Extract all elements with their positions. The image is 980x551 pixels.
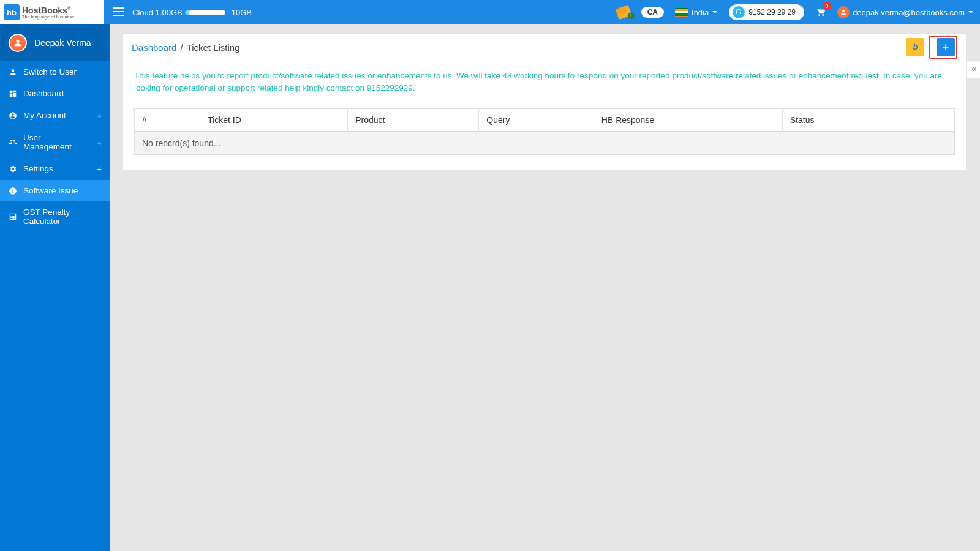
account-menu[interactable]: deepak.verma@hostbooks.com: [837, 6, 974, 18]
account-icon: [9, 111, 17, 120]
gear-icon: [9, 165, 17, 173]
breadcrumb: Dashboard / Ticket Listing: [123, 33, 967, 61]
ticket-panel: This feature helps you to report product…: [123, 61, 967, 170]
avatar-icon: [837, 6, 850, 18]
cloud-used-label: Cloud 1.00GB: [132, 8, 183, 17]
topbar: hb HostBooks® The language of business C…: [0, 0, 980, 24]
ca-badge[interactable]: CA: [641, 7, 664, 18]
chevron-down-icon: [712, 9, 718, 15]
headset-icon: [733, 6, 745, 18]
cloud-usage: Cloud 1.00GB 10GB: [132, 8, 252, 17]
sidebar: Deepak Verma Switch to UserDashboardMy A…: [0, 24, 110, 551]
ticket-icon: [615, 5, 631, 20]
main-content: Dashboard / Ticket Listing This feature …: [110, 24, 980, 551]
country-selector[interactable]: India: [675, 8, 718, 17]
cloud-total-label: 10GB: [232, 8, 252, 17]
add-button-highlight: [929, 36, 957, 59]
sidebar-item-dashboard[interactable]: Dashboard: [0, 83, 110, 104]
users-icon: [9, 138, 17, 146]
sidebar-item-label: User Management: [23, 133, 90, 151]
brand-abbr: hb: [4, 4, 20, 20]
sidebar-item-label: My Account: [23, 111, 66, 120]
empty-message: No reocrd(s) found...: [135, 132, 955, 155]
sidebar-user[interactable]: Deepak Verma: [0, 24, 110, 61]
col-hb-response: HB Response: [594, 108, 782, 132]
account-email: deepak.verma@hostbooks.com: [853, 8, 965, 17]
col-product: Product: [348, 108, 479, 132]
brand-text: HostBooks® The language of business: [22, 6, 74, 19]
flag-icon: [675, 8, 688, 17]
brand-logo[interactable]: hb HostBooks® The language of business: [0, 0, 104, 24]
chevron-down-icon: [968, 9, 974, 15]
hamburger-icon[interactable]: [113, 7, 124, 18]
expand-icon: +: [96, 163, 102, 174]
sidebar-item-software-issue[interactable]: Software Issue: [0, 180, 110, 201]
cart-badge: 0: [823, 2, 831, 10]
collapse-panel-button[interactable]: [967, 60, 980, 78]
cloud-usage-bar: [189, 10, 225, 15]
col--: #: [135, 108, 200, 132]
breadcrumb-sep: /: [180, 42, 183, 53]
sidebar-item-switch-to-user[interactable]: Switch to User: [0, 61, 110, 83]
dash-icon: [9, 89, 17, 98]
new-ticket-shortcut[interactable]: [617, 7, 630, 18]
expand-icon: +: [96, 110, 102, 121]
expand-icon: +: [96, 137, 102, 148]
avatar-icon: [9, 34, 27, 52]
sidebar-item-label: Software Issue: [23, 186, 78, 195]
sidebar-item-gst-penalty-calculator[interactable]: GST Penalty Calculator: [0, 201, 110, 232]
sidebar-item-label: GST Penalty Calculator: [23, 208, 102, 226]
sidebar-item-user-management[interactable]: User Management+: [0, 127, 110, 157]
refresh-icon: [910, 42, 920, 52]
phone-number: 9152 29 29 29: [748, 8, 796, 17]
col-ticket-id: Ticket ID: [200, 108, 348, 132]
breadcrumb-root[interactable]: Dashboard: [132, 42, 176, 53]
sidebar-item-label: Settings: [23, 164, 53, 173]
country-label: India: [692, 8, 709, 17]
refresh-button[interactable]: [906, 38, 924, 56]
support-phone[interactable]: 9152 29 29 29: [729, 4, 804, 20]
col-status: Status: [782, 108, 954, 132]
sidebar-item-settings[interactable]: Settings+: [0, 157, 110, 180]
calc-icon: [9, 212, 17, 221]
sidebar-item-label: Dashboard: [23, 89, 64, 98]
user-icon: [9, 68, 17, 77]
table-row: No reocrd(s) found...: [135, 132, 955, 155]
plus-icon: [941, 42, 951, 52]
breadcrumb-current: Ticket Listing: [187, 42, 240, 53]
sidebar-item-my-account[interactable]: My Account+: [0, 104, 110, 127]
sidebar-user-name: Deepak Verma: [34, 38, 91, 48]
chevron-double-left-icon: [970, 66, 978, 73]
info-icon: [9, 187, 17, 195]
ca-label: CA: [641, 7, 664, 18]
col-query: Query: [479, 108, 594, 132]
ticket-table: #Ticket IDProductQueryHB ResponseStatus …: [134, 108, 955, 155]
add-ticket-button[interactable]: [937, 38, 955, 56]
sidebar-item-label: Switch to User: [23, 67, 77, 77]
info-notice: This feature helps you to report product…: [134, 70, 955, 95]
cart-button[interactable]: 0: [815, 7, 826, 18]
